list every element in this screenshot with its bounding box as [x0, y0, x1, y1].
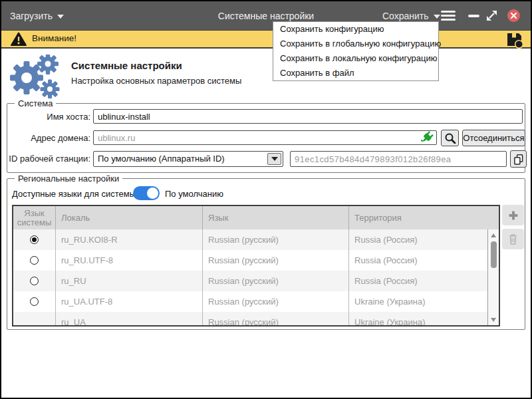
cell-territory: Ukraine (Украина) — [349, 291, 499, 312]
table-row[interactable]: ru_UA.UTF-8 Russian (русский) Ukraine (У… — [13, 291, 499, 312]
table-row[interactable]: ru_RU.UTF-8 Russian (русский) Russia (Ро… — [13, 250, 499, 271]
hostname-label: Имя хоста: — [7, 112, 90, 122]
domain-label: Адрес домена: — [7, 133, 90, 143]
cell-language: Russian (русский) — [203, 312, 349, 327]
table-row[interactable]: ru_RU.KOI8-R Russian (русский) Russia (Р… — [13, 229, 499, 250]
add-locale-button[interactable] — [502, 205, 524, 225]
header-system-language: Язык системы — [13, 206, 56, 229]
menu-item-save-config[interactable]: Сохранить конфигурацию — [273, 22, 438, 37]
row-radio[interactable] — [30, 256, 39, 265]
toggle-state-label: По умолчанию — [165, 189, 223, 199]
languages-toggle[interactable] — [133, 186, 160, 200]
row-radio[interactable] — [30, 297, 39, 306]
cell-locale: ru_UA.UTF-8 — [56, 291, 203, 312]
trash-icon — [507, 233, 519, 245]
header-language: Язык — [203, 206, 349, 229]
system-group-legend: Система — [15, 98, 56, 108]
header-locale: Локаль — [56, 206, 203, 229]
diagonal-arrows-icon — [485, 9, 498, 22]
workstation-id-label: ID рабочей станции: — [7, 154, 90, 164]
table-scrollbar[interactable] — [487, 229, 499, 325]
cell-territory: Russia (Россия) — [349, 250, 499, 271]
select-arrow — [267, 153, 281, 165]
locales-table: Язык системы Локаль Язык Территория ru_R… — [12, 205, 500, 327]
cell-locale: ru_RU.KOI8-R — [56, 229, 203, 250]
workstation-id-value[interactable] — [290, 151, 507, 167]
minimize-button[interactable] — [468, 15, 479, 17]
warning-text: Внимание! — [32, 33, 76, 43]
warning-icon — [11, 32, 27, 47]
available-languages-label: Доступные языки для системы: — [12, 189, 138, 199]
regional-group-legend: Региональные настройки — [15, 174, 122, 184]
delete-locale-button[interactable] — [502, 229, 524, 249]
cell-locale: ru_RU — [56, 271, 203, 291]
cell-language: Russian (русский) — [203, 271, 349, 291]
copy-icon — [513, 153, 524, 165]
workstation-id-selected-option: По умолчанию (Аппаратный ID) — [98, 152, 225, 166]
cell-territory: Russia (Россия) — [349, 229, 499, 250]
domain-input[interactable] — [93, 130, 437, 145]
cell-locale: ru_RU.UTF-8 — [56, 250, 203, 271]
load-menu-button[interactable]: Загрузить — [10, 1, 64, 30]
close-icon — [511, 13, 517, 19]
gears-icon — [7, 55, 68, 98]
maximize-button[interactable] — [485, 9, 498, 22]
copy-id-button[interactable] — [510, 150, 527, 168]
system-settings-window: Системные настройки Загрузить Сохранить — [0, 0, 532, 399]
row-radio-selected[interactable] — [30, 235, 39, 244]
cell-locale: ru_UA — [56, 312, 203, 327]
cell-language: Russian (русский) — [203, 291, 349, 312]
table-row[interactable]: ru_UA Russian (русский) Ukraine (Украина… — [13, 312, 499, 327]
plus-icon — [508, 210, 519, 221]
page-title: Системные настройки — [71, 60, 182, 71]
warning-bar — [1, 30, 531, 49]
scroll-down-arrow[interactable] — [491, 318, 496, 322]
disconnect-button[interactable]: Отсоединиться — [462, 130, 525, 146]
menu-item-save-local-config[interactable]: Сохранить в локальную конфигурацию — [273, 51, 438, 66]
search-domain-button[interactable] — [441, 130, 459, 146]
chevron-down-icon — [271, 157, 278, 161]
header-territory: Территория — [349, 206, 499, 229]
menu-item-save-global-config[interactable]: Сохранить в глобальную конфигурацию — [273, 37, 438, 51]
workstation-id-select[interactable]: По умолчанию (Аппаратный ID) — [93, 151, 283, 167]
save-config-icon[interactable] — [505, 31, 523, 49]
cell-language: Russian (русский) — [203, 250, 349, 271]
table-row[interactable]: ru_RU Russian (русский) Russia (Россия) — [13, 271, 499, 291]
scroll-up-arrow[interactable] — [491, 233, 496, 237]
cell-territory: Ukraine (Украина) — [349, 312, 499, 327]
scrollbar-thumb[interactable] — [491, 241, 497, 268]
search-icon — [444, 132, 456, 144]
connected-icon — [421, 131, 434, 144]
save-menu-label: Сохранить — [382, 11, 429, 21]
save-dropdown-menu: Сохранить конфигурацию Сохранить в глоба… — [273, 21, 439, 81]
titlebar: Системные настройки Загрузить Сохранить — [1, 1, 531, 30]
cell-language: Russian (русский) — [203, 229, 349, 250]
cell-territory: Russia (Россия) — [349, 271, 499, 291]
table-header: Язык системы Локаль Язык Территория — [13, 206, 499, 229]
chevron-down-icon — [434, 15, 440, 19]
toggle-knob — [147, 188, 158, 199]
hostname-input[interactable] — [93, 109, 523, 124]
row-radio[interactable] — [30, 277, 39, 285]
chevron-down-icon — [57, 15, 64, 19]
page-subtitle: Настройка основных параметров системы — [71, 76, 241, 86]
close-button[interactable] — [507, 9, 520, 22]
load-menu-label: Загрузить — [10, 11, 53, 21]
menu-item-save-to-file[interactable]: Сохранить в файл — [273, 66, 438, 80]
menu-icon[interactable] — [441, 11, 456, 21]
